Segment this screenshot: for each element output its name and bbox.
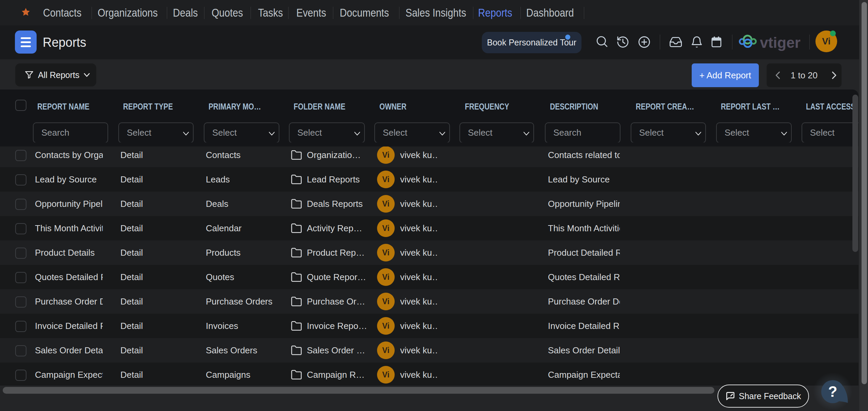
svg-text:?: ?	[828, 383, 837, 400]
